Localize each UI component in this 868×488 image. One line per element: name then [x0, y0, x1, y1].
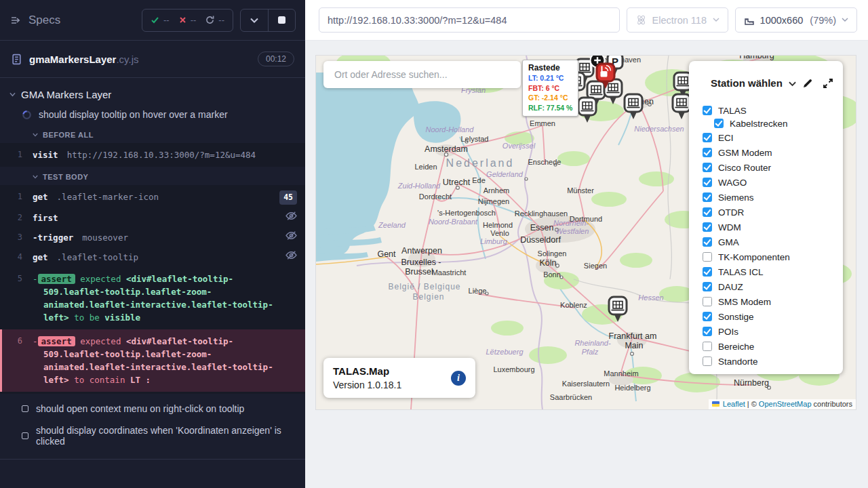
invisible-element-icon: [280, 231, 297, 240]
ruler-icon: [744, 15, 755, 26]
station-filter-item[interactable]: OTDR: [703, 207, 833, 217]
checkbox[interactable]: [703, 312, 712, 321]
checkbox[interactable]: [703, 267, 712, 277]
spec-file-row[interactable]: gmaMarkersLayer.cy.js 00:12: [0, 41, 305, 78]
chevron-down-icon: [713, 18, 719, 22]
station-filter-item[interactable]: TK-Komponenten: [703, 252, 833, 262]
expand-icon[interactable]: [823, 78, 833, 89]
specs-title[interactable]: Specs: [28, 14, 60, 27]
station-filter-item[interactable]: SMS Modem: [703, 297, 833, 306]
info-icon[interactable]: i: [451, 371, 466, 386]
map-place-label: Düsseldorf: [520, 235, 561, 245]
map-place-label: Utrecht: [443, 178, 471, 187]
station-filter-item[interactable]: Siemens: [703, 192, 833, 202]
chevron-down-icon: [9, 92, 16, 97]
attribution-separator: | ©: [747, 400, 757, 408]
spec-file-icon: [11, 54, 22, 65]
stat-passed-value: --: [163, 15, 170, 25]
checkbox-label: Bereiche: [718, 342, 754, 352]
pending-test-row[interactable]: should open context menu on right-click …: [0, 398, 305, 420]
browser-selector[interactable]: Electron 118: [627, 7, 728, 33]
map-place-label: Siegen: [584, 262, 607, 270]
checkbox[interactable]: [703, 342, 712, 351]
assert-passed-row[interactable]: 5 -assert expected <div#leaflet-tooltip-…: [0, 267, 305, 329]
active-test-row[interactable]: should display tooltip on hover over a m…: [0, 104, 305, 125]
url-bar[interactable]: [319, 7, 620, 33]
checkbox-label: WAGO: [718, 178, 747, 188]
suite-header[interactable]: GMA Markers Layer: [0, 85, 305, 104]
station-filter-item[interactable]: WAGO: [703, 178, 833, 187]
map-place-label: Luxembourg: [493, 365, 534, 373]
stat-pending: --: [205, 15, 224, 25]
map-place-label: Brussel: [405, 267, 433, 277]
stat-failed: --: [179, 15, 197, 25]
command-number: 1: [0, 148, 33, 161]
station-filter-item[interactable]: TALAS ICL: [703, 267, 833, 277]
command-message: mouseover: [82, 232, 128, 243]
map-search-input[interactable]: [333, 68, 511, 81]
stat-pending-value: --: [218, 15, 224, 25]
before-all-commands: 1 visithttp://192.168.10.33:3000/?m=12&u…: [0, 143, 305, 167]
station-filter-item[interactable]: Sonstige: [703, 312, 833, 321]
sidebar-toggle-icon[interactable]: [9, 14, 22, 26]
checkbox[interactable]: [703, 327, 712, 336]
station-filter-item[interactable]: GMA: [703, 237, 833, 247]
test-body-section[interactable]: TEST BODY: [0, 167, 305, 185]
edit-pencil-icon[interactable]: [802, 78, 813, 89]
checkbox[interactable]: [703, 148, 712, 157]
map-attribution: Leaflet | © OpenStreetMap contributors: [709, 399, 856, 409]
checkbox[interactable]: [703, 252, 712, 262]
checkbox[interactable]: [703, 282, 712, 291]
station-filter-item[interactable]: POIs: [703, 327, 833, 336]
station-filter-item[interactable]: WDM: [703, 222, 833, 232]
pending-test-row[interactable]: should display coordinates when 'Koordin…: [0, 420, 305, 452]
before-all-section[interactable]: BEFORE ALL: [0, 125, 305, 143]
checkbox[interactable]: [703, 178, 712, 187]
checkbox[interactable]: [703, 357, 712, 366]
station-filter-item[interactable]: Kabelstrecken: [714, 119, 833, 128]
collapse-all-button[interactable]: [241, 9, 268, 31]
openstreetmap-link[interactable]: OpenStreetMap: [759, 400, 812, 408]
station-filter-item[interactable]: DAUZ: [703, 282, 833, 291]
pending-test-icon: [22, 405, 28, 412]
checkbox[interactable]: [703, 163, 712, 172]
leaflet-link[interactable]: Leaflet: [723, 400, 745, 408]
checkbox[interactable]: [703, 207, 712, 217]
map-place-label: Gelderland: [486, 170, 524, 178]
marker-tooltip[interactable]: Rastede LT: 0.21 °CFBT: 6 °CGT: -2.14 °C…: [522, 60, 578, 117]
station-filter-item[interactable]: GSM Modem: [703, 148, 833, 157]
map-search-box: [323, 61, 521, 88]
station-filter-item[interactable]: Cisco Router: [703, 163, 833, 172]
suite-title: GMA Markers Layer: [21, 89, 111, 100]
map-place-label: 's-Hertogenbosch: [437, 209, 496, 217]
checkbox[interactable]: [703, 237, 712, 247]
command-row[interactable]: 4 get.leaflet-tooltip: [0, 247, 305, 267]
checkbox[interactable]: [703, 192, 712, 202]
station-filter-item[interactable]: Bereiche: [703, 342, 833, 351]
checkbox[interactable]: [703, 222, 712, 232]
checkbox[interactable]: [703, 106, 712, 115]
checkbox[interactable]: [714, 119, 724, 128]
stop-button[interactable]: [268, 9, 295, 31]
command-row[interactable]: 1 visithttp://192.168.10.33:3000/?m=12&u…: [0, 145, 305, 165]
checkbox[interactable]: [703, 133, 712, 142]
command-row[interactable]: 3 -triggermouseover: [0, 228, 305, 247]
map-place-label: Helmond: [483, 221, 513, 229]
map-place-label: Noord-Holland: [426, 125, 475, 134]
command-number: 6: [2, 335, 33, 348]
command-row[interactable]: 2 first: [0, 208, 305, 228]
command-row[interactable]: 1 get.leaflet-marker-icon 45: [0, 187, 305, 208]
map-application: P: [316, 56, 856, 409]
command-method: -trigger: [33, 232, 73, 243]
checkbox[interactable]: [703, 297, 712, 306]
map-place-label: Nordrhein-: [553, 219, 589, 227]
station-filter-item[interactable]: Standorte: [703, 357, 833, 366]
station-filter-item[interactable]: ECI: [703, 133, 833, 142]
station-panel-title[interactable]: Station wählen: [711, 77, 783, 89]
attribution-suffix: contributors: [814, 400, 852, 408]
command-method: visit: [33, 150, 58, 160]
viewport-selector[interactable]: 1000x660 (79%): [735, 7, 857, 33]
station-filter-item[interactable]: TALAS: [703, 106, 833, 115]
chevron-down-icon[interactable]: [789, 81, 796, 87]
assert-failed-row[interactable]: 6 -assert expected <div#leaflet-tooltip-…: [0, 329, 305, 392]
